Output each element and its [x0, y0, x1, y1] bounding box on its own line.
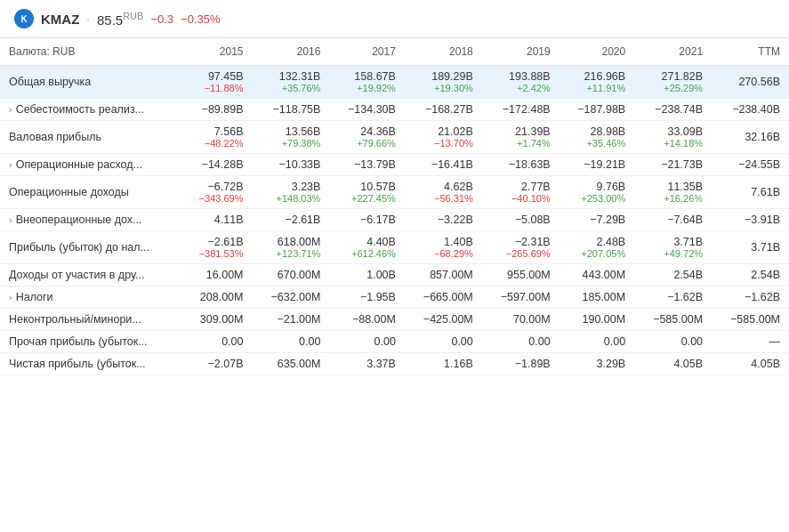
- cell-value: 189.29В: [431, 70, 473, 83]
- data-cell: 618.00М+123.71%: [253, 231, 330, 264]
- row-label-cell[interactable]: ›Внеоперационные дох...: [0, 209, 181, 231]
- cell-value: −5.08В: [515, 214, 551, 226]
- data-cell: 97.45В−11.88%: [181, 66, 253, 99]
- expand-icon[interactable]: ›: [9, 104, 12, 115]
- cell-value: 3.37В: [366, 358, 396, 370]
- table-row: ›Себестоимость реализ...−89.89В−118.75В−…: [0, 99, 789, 121]
- table-row: Прочая прибыль (убыток...0.000.000.000.0…: [0, 331, 789, 353]
- cell-value: 0.00: [299, 335, 320, 348]
- data-cell: 32.16В: [712, 121, 789, 154]
- cell-value: 21.39В: [515, 125, 551, 138]
- cell-value: −1.95В: [360, 291, 396, 303]
- cell-value: −89.89В: [202, 103, 244, 116]
- data-cell: 271.82В+25.29%: [634, 66, 712, 99]
- cell-value: 4.62В: [444, 181, 473, 193]
- data-cell: 0.00: [560, 331, 635, 353]
- expand-icon[interactable]: ›: [9, 292, 12, 302]
- row-label-cell[interactable]: ›Налоги: [0, 286, 181, 309]
- cell-value: 132.31В: [279, 70, 321, 83]
- data-cell: 4.11В: [181, 209, 253, 231]
- cell-value: 1.16В: [444, 358, 473, 370]
- data-cell: −118.75В: [253, 99, 330, 121]
- cell-pct: +19.92%: [357, 83, 396, 93]
- cell-value: −6.17В: [360, 214, 396, 226]
- data-cell: 4.05В: [712, 353, 789, 375]
- data-cell: 0.00: [634, 331, 712, 353]
- row-label-text: Неконтрольный/минори...: [9, 313, 141, 326]
- cell-value: −597.00М: [501, 291, 551, 303]
- cell-value: 0.00: [681, 335, 703, 348]
- cell-value: −118.75В: [273, 103, 321, 116]
- cell-pct: +2.42%: [517, 83, 551, 93]
- ticker-symbol[interactable]: KMAZ: [41, 12, 79, 27]
- data-cell: 2.54В: [712, 264, 789, 286]
- row-label-text: Доходы от участия в дру...: [9, 269, 144, 281]
- cell-value: −168.27В: [425, 103, 473, 116]
- cell-value: 7.61В: [751, 186, 780, 198]
- row-label-text: Операционные расход...: [16, 158, 142, 171]
- data-cell: 2.48В+207.05%: [560, 231, 635, 264]
- cell-value: −2.07В: [208, 358, 244, 370]
- cell-value: —: [769, 335, 781, 348]
- row-label-text: Чистая прибыль (убыток...: [9, 358, 146, 370]
- data-cell: 0.00: [329, 331, 405, 353]
- cell-value: −21.00М: [277, 313, 320, 326]
- cell-pct: −11.88%: [205, 83, 244, 93]
- cell-value: 443.00М: [583, 269, 626, 281]
- expand-icon[interactable]: ›: [9, 214, 12, 225]
- cell-value: 618.00М: [278, 236, 321, 248]
- cell-value: 2.48В: [597, 236, 626, 248]
- cell-value: −16.41В: [431, 158, 473, 171]
- data-cell: −13.79В: [329, 154, 405, 176]
- data-cell: 0.00: [405, 331, 482, 353]
- cell-value: −88.00М: [352, 313, 396, 326]
- cell-value: 270.56В: [738, 76, 780, 88]
- data-cell: 3.71В: [712, 231, 789, 264]
- row-label-text: Операционные доходы: [9, 186, 129, 198]
- row-label-cell[interactable]: ›Операционные расход...: [0, 154, 181, 176]
- cell-value: −7.64В: [667, 214, 703, 226]
- data-cell: −2.61В: [253, 209, 330, 231]
- data-cell: −1.89В: [482, 353, 560, 375]
- row-label-text: Валовая прибыль: [9, 131, 101, 143]
- data-cell: 10.57В+227.45%: [329, 176, 405, 209]
- table-row: Общая выручка97.45В−11.88%132.31В+35.76%…: [0, 66, 789, 99]
- row-label-text: Себестоимость реализ...: [16, 103, 144, 116]
- cell-value: 2.77В: [521, 181, 551, 193]
- cell-value: 70.00М: [513, 313, 551, 326]
- row-label-text: Прибыль (убыток) до нал...: [9, 241, 149, 254]
- header: K KMAZ · 85.5RUB −0.3 −0.35%: [0, 0, 789, 38]
- cell-value: 4.11В: [214, 214, 244, 226]
- cell-pct: +79.66%: [357, 138, 396, 149]
- data-cell: −7.29В: [560, 209, 635, 231]
- data-cell: −88.00М: [329, 309, 405, 331]
- expand-icon[interactable]: ›: [9, 159, 12, 170]
- cell-pct: −381.53%: [199, 248, 244, 259]
- data-cell: 33.09В+14.18%: [634, 121, 712, 154]
- row-label-cell[interactable]: ›Себестоимость реализ...: [0, 99, 181, 121]
- data-cell: 1.16В: [405, 353, 482, 375]
- data-cell: −16.41В: [405, 154, 482, 176]
- row-label-cell: Неконтрольный/минори...: [0, 309, 181, 331]
- data-cell: 4.05В: [634, 353, 712, 375]
- cell-value: 857.00М: [430, 269, 473, 281]
- data-cell: 11.35В+16.26%: [634, 176, 712, 209]
- col-2016: 2016: [253, 38, 330, 66]
- col-2015: 2015: [181, 38, 253, 66]
- data-cell: 189.29В+19.30%: [405, 66, 482, 99]
- cell-value: −3.91В: [745, 214, 780, 226]
- cell-value: −2.31В: [515, 236, 551, 248]
- data-cell: −7.64В: [634, 209, 712, 231]
- data-cell: 2.77В−40.10%: [482, 176, 560, 209]
- data-cell: 16.00М: [181, 264, 253, 286]
- row-label-cell: Доходы от участия в дру...: [0, 264, 181, 286]
- cell-pct: +25.29%: [664, 83, 703, 93]
- cell-value: −187.98В: [577, 103, 625, 116]
- cell-value: 13.56В: [286, 125, 321, 138]
- cell-value: 193.88В: [509, 70, 551, 83]
- data-cell: 309.00М: [181, 309, 253, 331]
- cell-value: −6.72В: [208, 181, 244, 193]
- row-label-text: Общая выручка: [9, 76, 91, 88]
- cell-value: −134.30В: [348, 103, 396, 116]
- data-cell: −2.31В−265.69%: [482, 231, 560, 264]
